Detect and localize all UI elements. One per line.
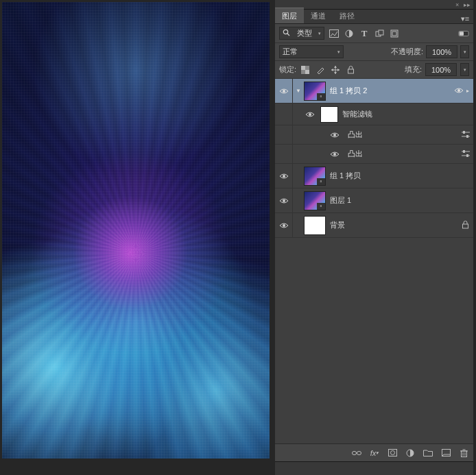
filter-smartobject-icon[interactable] <box>389 28 400 39</box>
svg-point-40 <box>390 451 394 455</box>
filter-row-extrude1[interactable]: 凸出 <box>275 125 473 145</box>
svg-rect-36 <box>463 224 468 228</box>
svg-point-3 <box>346 30 353 37</box>
layer-thumbnail[interactable]: ▫ <box>304 167 326 186</box>
filter-type-dropdown[interactable]: 类型 ▾ <box>279 27 324 40</box>
blend-mode-dropdown[interactable]: 正常 ▾ <box>279 45 344 58</box>
filter-type-icon[interactable]: T <box>359 28 370 39</box>
svg-rect-42 <box>442 450 450 456</box>
svg-rect-5 <box>379 30 383 35</box>
svg-rect-43 <box>461 451 466 457</box>
filter-visibility-eye-icon[interactable] <box>454 87 464 95</box>
opacity-flyout-icon[interactable]: ▾ <box>460 45 469 58</box>
svg-rect-32 <box>466 154 468 157</box>
filter-mask-thumbnail[interactable] <box>320 106 338 123</box>
svg-rect-2 <box>330 29 339 37</box>
filter-adjustment-icon[interactable] <box>344 28 355 39</box>
filter-name: 凸出 <box>348 149 461 159</box>
svg-rect-8 <box>459 31 468 36</box>
new-group-icon[interactable] <box>423 448 433 459</box>
document-canvas[interactable] <box>2 2 270 459</box>
smart-filter-options-icon[interactable]: ▸ <box>466 88 469 94</box>
layer-filter-row: 类型 ▾ T <box>275 24 473 43</box>
lock-pixels-icon[interactable] <box>315 64 326 75</box>
visibility-eye-icon[interactable] <box>279 88 289 95</box>
chevron-down-icon: ▾ <box>337 49 340 55</box>
tab-channels[interactable]: 通道 <box>304 8 333 23</box>
tab-paths[interactable]: 路径 <box>333 8 361 23</box>
svg-point-20 <box>283 90 285 93</box>
layer-row-background[interactable]: 背景 <box>275 213 473 238</box>
layer-name[interactable]: 背景 <box>330 220 462 230</box>
fill-flyout-icon[interactable]: ▾ <box>460 63 469 76</box>
smartobject-badge-icon: ▫ <box>317 203 325 210</box>
layers-bottom-bar: fx▾ <box>275 443 473 461</box>
chevron-down-icon: ▾ <box>318 31 321 36</box>
svg-rect-39 <box>388 450 396 456</box>
lock-icon <box>462 221 469 230</box>
svg-marker-15 <box>334 66 337 68</box>
lock-position-icon[interactable] <box>330 64 341 75</box>
filter-blending-options-icon[interactable] <box>461 130 471 140</box>
expand-arrow-icon[interactable]: ▼ <box>296 88 304 94</box>
svg-marker-16 <box>334 72 337 74</box>
add-mask-icon[interactable] <box>387 448 398 459</box>
search-icon <box>283 29 290 38</box>
visibility-eye-icon[interactable] <box>305 111 315 118</box>
filter-pixel-icon[interactable] <box>329 28 340 39</box>
fill-field[interactable]: 100% <box>425 63 457 76</box>
layer-name[interactable]: 图层 1 <box>330 195 469 206</box>
lock-transparency-icon[interactable] <box>300 64 311 75</box>
svg-marker-17 <box>331 69 333 71</box>
layer-thumbnail[interactable] <box>304 216 326 235</box>
panel-menu-icon[interactable]: ▾≡ <box>460 14 473 23</box>
new-adjustment-icon[interactable] <box>405 448 416 459</box>
svg-rect-11 <box>301 66 305 70</box>
layer-style-icon[interactable]: fx▾ <box>369 448 380 459</box>
fill-label: 填充: <box>405 64 422 75</box>
layer-name[interactable]: 组 1 拷贝 <box>330 171 469 181</box>
layer-row-layer1[interactable]: ▫ 图层 1 <box>275 188 473 213</box>
tab-layers[interactable]: 图层 <box>275 8 304 23</box>
canvas-area <box>0 0 275 475</box>
visibility-eye-icon[interactable] <box>279 222 289 229</box>
svg-point-34 <box>283 199 285 202</box>
visibility-eye-icon[interactable] <box>330 151 340 158</box>
layer-thumbnail[interactable]: ▫ <box>304 191 326 210</box>
svg-rect-12 <box>305 70 309 74</box>
svg-point-23 <box>333 134 336 136</box>
blend-mode-row: 正常 ▾ 不透明度: 100% ▾ <box>275 43 473 61</box>
svg-point-41 <box>407 450 414 456</box>
layer-row-group1copy[interactable]: ▫ 组 1 拷贝 <box>275 164 473 188</box>
opacity-field[interactable]: 100% <box>426 45 457 58</box>
svg-rect-31 <box>463 150 465 153</box>
svg-point-28 <box>333 153 336 156</box>
delete-layer-icon[interactable] <box>458 448 469 459</box>
visibility-eye-icon[interactable] <box>279 197 289 204</box>
layer-name[interactable]: 组 1 拷贝 2 <box>330 86 454 96</box>
svg-rect-37 <box>353 451 357 454</box>
layer-row-group1copy2[interactable]: ▼ ▫ 组 1 拷贝 2 ▸ <box>275 79 473 103</box>
visibility-eye-icon[interactable] <box>330 132 340 138</box>
filter-blending-options-icon[interactable] <box>461 149 471 159</box>
svg-rect-4 <box>376 32 381 36</box>
filter-toggle-switch[interactable] <box>458 28 469 39</box>
visibility-eye-icon[interactable] <box>279 173 289 180</box>
close-panel-icon[interactable]: × <box>455 2 461 8</box>
svg-rect-6 <box>391 30 398 37</box>
link-layers-icon[interactable] <box>351 448 362 459</box>
new-layer-icon[interactable] <box>440 448 451 459</box>
opacity-label: 不透明度: <box>391 47 423 57</box>
filter-shape-icon[interactable] <box>374 28 385 39</box>
blend-mode-value: 正常 <box>283 47 298 57</box>
lock-all-icon[interactable] <box>345 64 356 75</box>
filter-name: 凸出 <box>348 130 461 140</box>
svg-rect-27 <box>466 135 468 138</box>
svg-rect-38 <box>357 451 361 454</box>
layer-thumbnail[interactable]: ▫ <box>304 82 326 101</box>
svg-rect-19 <box>348 69 353 73</box>
collapse-panel-icon[interactable]: ▸▸ <box>461 1 471 8</box>
smart-filters-header-row[interactable]: 智能滤镜 <box>275 103 473 125</box>
filter-row-extrude2[interactable]: 凸出 <box>275 145 473 164</box>
svg-rect-26 <box>463 131 465 134</box>
